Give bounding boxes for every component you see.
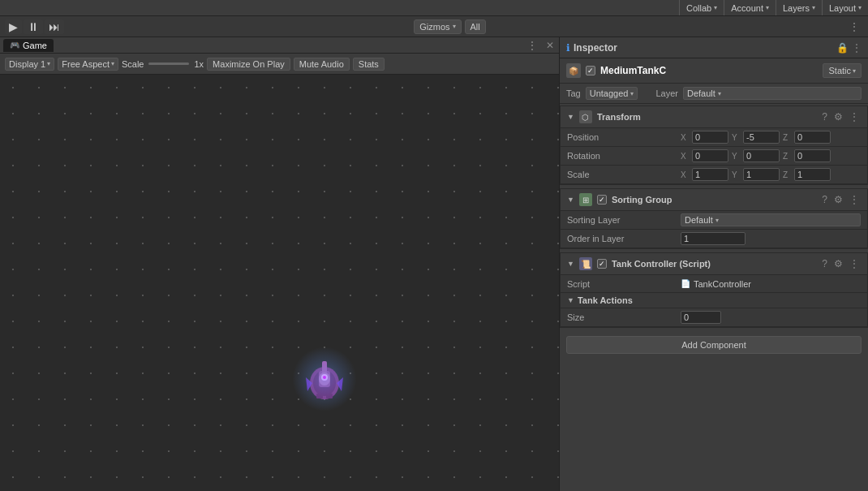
script-label: Script <box>567 279 681 289</box>
order-in-layer-input[interactable] <box>681 232 746 245</box>
gizmos-button[interactable]: Gizmos ▾ <box>414 19 461 34</box>
script-ref: 📄 TankController <box>681 279 751 289</box>
rot-y-group: Y <box>732 149 780 162</box>
game-panel: 🎮 Game ⋮ ✕ Display 1 ▾ Free Aspect ▾ Sca… <box>0 37 560 491</box>
object-active-checkbox[interactable]: ✓ <box>586 66 595 75</box>
rot-y-axis-label: Y <box>732 152 741 161</box>
static-button[interactable]: Static ▾ <box>823 63 862 78</box>
display-select[interactable]: Display 1 ▾ <box>5 58 54 71</box>
transform-header[interactable]: ▼ ⬡ Transform ? ⚙ ⋮ <box>561 106 867 128</box>
gizmos-chevron-icon: ▾ <box>453 23 456 30</box>
scale-z-axis-label: Z <box>783 170 793 179</box>
scale-row: Scale X Y Z <box>561 166 867 184</box>
layout-button[interactable]: Layout ▾ <box>822 0 868 15</box>
script-name: TankController <box>694 279 751 289</box>
inspector-menu-icon[interactable]: ⋮ <box>852 42 862 54</box>
play-button[interactable]: ▶ <box>5 19 22 34</box>
rot-z-input[interactable] <box>794 149 831 162</box>
add-component-button[interactable]: Add Component <box>566 336 862 354</box>
scale-z-input[interactable] <box>794 168 831 181</box>
tank-ctrl-help-icon[interactable]: ? <box>820 258 829 269</box>
collab-button[interactable]: Collab ▾ <box>679 0 724 15</box>
game-panel-close-icon[interactable]: ✕ <box>544 40 556 51</box>
transform-fold-icon: ▼ <box>567 113 574 121</box>
layer-chevron-icon: ▾ <box>718 90 721 97</box>
object-icon: 📦 <box>566 63 581 78</box>
transform-settings-icon[interactable]: ⚙ <box>832 111 844 123</box>
tank-controller-header[interactable]: ▼ 📜 ✓ Tank Controller (Script) ? ⚙ ⋮ <box>561 253 867 275</box>
tag-select[interactable]: Untagged ▾ <box>586 87 638 100</box>
game-panel-menu-icon[interactable]: ⋮ <box>523 39 541 52</box>
main-layout: 🎮 Game ⋮ ✕ Display 1 ▾ Free Aspect ▾ Sca… <box>0 37 868 491</box>
tank-actions-fold-icon: ▼ <box>567 296 574 304</box>
toolbar-row: ▶ ⏸ ⏭ Gizmos ▾ All ⋮ <box>0 16 868 37</box>
sorting-name: Sorting Group <box>612 195 815 205</box>
aspect-select[interactable]: Free Aspect ▾ <box>58 58 118 71</box>
toolbar-menu-icon[interactable]: ⋮ <box>845 20 863 33</box>
game-viewport <box>0 75 559 491</box>
all-button[interactable]: All <box>465 19 486 34</box>
rot-x-axis-label: X <box>681 152 690 161</box>
account-button[interactable]: Account ▾ <box>724 0 776 15</box>
sorting-layer-label: Sorting Layer <box>567 215 681 225</box>
transform-component: ▼ ⬡ Transform ? ⚙ ⋮ Position X <box>560 106 868 185</box>
transform-actions: ? ⚙ ⋮ <box>820 111 861 123</box>
maximize-button[interactable]: Maximize On Play <box>207 58 290 71</box>
tank-ctrl-settings-icon[interactable]: ⚙ <box>832 258 844 269</box>
tank-ctrl-icon: 📜 <box>579 257 592 270</box>
scale-x-axis-label: X <box>681 170 690 179</box>
layers-button[interactable]: Layers ▾ <box>776 0 822 15</box>
rot-y-input[interactable] <box>743 149 780 162</box>
inspector-lock-icon[interactable]: 🔒 <box>836 42 849 54</box>
sorting-more-icon[interactable]: ⋮ <box>848 194 861 205</box>
layer-select[interactable]: Default ▾ <box>683 87 862 100</box>
position-row: Position X Y Z <box>561 128 867 147</box>
size-row: Size <box>561 308 867 327</box>
display-chevron-icon: ▾ <box>47 60 50 67</box>
tank-ctrl-name: Tank Controller (Script) <box>612 259 815 269</box>
tank-ctrl-more-icon[interactable]: ⋮ <box>848 258 861 269</box>
pos-z-group: Z <box>783 131 831 144</box>
sorting-settings-icon[interactable]: ⚙ <box>832 194 844 205</box>
pause-button[interactable]: ⏸ <box>24 19 43 34</box>
top-bar: Collab ▾ Account ▾ Layers ▾ Layout ▾ <box>0 0 868 16</box>
pos-x-input[interactable] <box>692 131 728 144</box>
grid-background <box>0 75 559 491</box>
sorting-icon: ⊞ <box>579 193 592 206</box>
inspector-header: ℹ Inspector 🔒 ⋮ <box>560 37 868 58</box>
tank-ctrl-checkbox[interactable]: ✓ <box>597 259 607 269</box>
rot-x-group: X <box>681 149 728 162</box>
stats-button[interactable]: Stats <box>353 58 385 71</box>
scale-x-input[interactable] <box>692 168 728 181</box>
sorting-help-icon[interactable]: ? <box>820 194 829 205</box>
script-file-icon: 📄 <box>681 279 690 288</box>
step-button[interactable]: ⏭ <box>45 19 64 34</box>
transform-name: Transform <box>597 112 815 122</box>
transform-help-icon[interactable]: ? <box>820 111 829 123</box>
collab-chevron-icon: ▾ <box>714 4 717 11</box>
static-chevron-icon: ▾ <box>853 67 856 75</box>
pos-x-axis-label: X <box>681 133 690 142</box>
layout-chevron-icon: ▾ <box>858 4 862 11</box>
inspector-title: Inspector <box>574 42 617 54</box>
pos-z-input[interactable] <box>794 131 831 144</box>
sorting-layer-select[interactable]: Default ▾ <box>681 213 861 226</box>
pos-y-input[interactable] <box>743 131 780 144</box>
scale-z-group: Z <box>783 168 831 181</box>
sorting-layer-chevron-icon: ▾ <box>715 217 719 224</box>
scale-slider[interactable] <box>148 62 189 65</box>
mute-button[interactable]: Mute Audio <box>294 58 350 71</box>
game-toolbar: Display 1 ▾ Free Aspect ▾ Scale 1x Maxim… <box>0 54 559 75</box>
size-label: Size <box>567 312 681 322</box>
sorting-group-header[interactable]: ▼ ⊞ ✓ Sorting Group ? ⚙ ⋮ <box>561 189 867 211</box>
size-input[interactable] <box>681 311 721 324</box>
position-values: X Y Z <box>681 131 861 144</box>
transform-more-icon[interactable]: ⋮ <box>848 111 861 123</box>
rot-x-input[interactable] <box>692 149 728 162</box>
game-tab[interactable]: 🎮 Game <box>3 39 54 52</box>
sorting-checkbox[interactable]: ✓ <box>597 195 607 205</box>
tank-actions-header[interactable]: ▼ Tank Actions <box>561 293 867 308</box>
order-in-layer-row: Order in Layer <box>561 230 867 248</box>
scale-y-input[interactable] <box>743 168 780 181</box>
rotation-values: X Y Z <box>681 149 861 162</box>
